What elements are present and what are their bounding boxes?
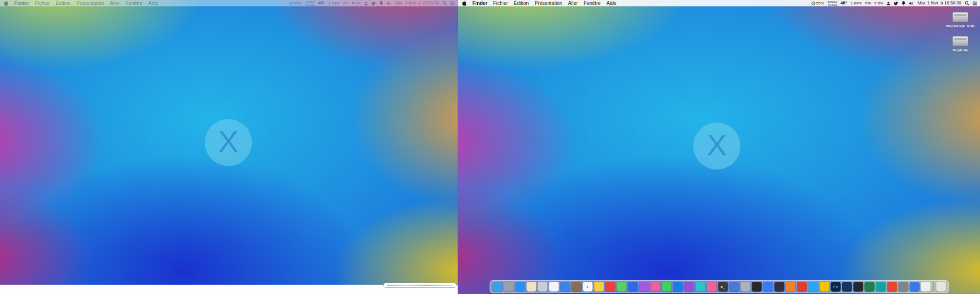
bird-menu-icon[interactable] — [894, 1, 898, 5]
dock-icon-app-blue-5[interactable] — [909, 282, 919, 292]
menu-item-aide[interactable]: Aide — [604, 0, 619, 6]
menu-clock[interactable]: Mar. 1 févr. à 16:56:39 — [395, 0, 439, 6]
wallpaper-x-letter: X — [218, 124, 238, 159]
desktop-icons: Macintosh SSDNeptune — [943, 11, 978, 52]
menu-item-fen-tre[interactable]: Fenêtre — [581, 0, 603, 6]
user-menu-icon[interactable] — [364, 1, 368, 5]
dock-icon-trash[interactable] — [936, 282, 946, 292]
status-area-left: 55%13 Mo/s41 Ko/s48°1.69%0%♥5%Mar. 1 fév… — [289, 0, 455, 6]
status-network[interactable]: 13 Mo/s41 Ko/s — [828, 0, 837, 6]
status-health[interactable]: ♥5% — [352, 0, 361, 6]
dock-icon-app-pink[interactable] — [707, 282, 716, 292]
menu-item-fichier[interactable]: Fichier — [490, 0, 511, 6]
dock-icon-mail[interactable] — [560, 282, 570, 292]
dock-icon-app-gray-2[interactable] — [898, 282, 908, 292]
status-health[interactable]: ♥5% — [874, 0, 883, 6]
dock-icon-app-red-2[interactable] — [797, 282, 807, 292]
dock-icon-app-gray[interactable] — [538, 282, 547, 292]
dock-icon-app-yellow[interactable] — [594, 282, 604, 292]
heart-icon: ♥ — [352, 1, 354, 5]
hard-drive-icon — [952, 35, 969, 48]
dock-icon-app-brown[interactable] — [571, 282, 581, 292]
status-gpu[interactable]: 0% — [865, 0, 871, 6]
menu-item-fen-tre[interactable]: Fenêtre — [122, 0, 145, 6]
hard-drive-icon — [952, 11, 969, 24]
dock-icon-facetime[interactable] — [662, 282, 671, 292]
bell-menu-icon[interactable] — [379, 1, 383, 5]
dock-icon-app-red-3[interactable] — [887, 282, 897, 292]
user-menu-icon[interactable] — [886, 1, 890, 5]
menu-item-aller[interactable]: Aller — [107, 0, 122, 6]
dock-icon-app-teal[interactable] — [695, 282, 705, 292]
status-gpu[interactable]: 0% — [343, 0, 349, 6]
notification-center-icon[interactable] — [450, 1, 455, 5]
status-area-right: 55%13 Mo/s41 Ko/s48°1.69%0%♥5%Mar. 1 fév… — [811, 0, 977, 6]
menu-item-dition[interactable]: Édition — [511, 0, 532, 6]
volume-menu-icon[interactable] — [387, 1, 392, 5]
notification-center-icon[interactable] — [973, 1, 977, 5]
dock-icon-app-black[interactable] — [752, 282, 761, 292]
dock-icon-safari[interactable] — [515, 282, 525, 292]
wallpaper-x-logo: X — [693, 122, 740, 170]
dock-icon-podcasts[interactable] — [684, 282, 694, 292]
menu-item-fichier[interactable]: Fichier — [32, 0, 53, 6]
dock-icon-app-red[interactable] — [605, 282, 615, 292]
dock-icon-terminal[interactable]: >_ — [718, 282, 728, 292]
menu-clock[interactable]: Mar. 1 févr. à 16:56:39 — [917, 0, 961, 6]
apple-menu-icon[interactable] — [3, 0, 11, 6]
desktop-icon-neptune[interactable]: Neptune — [943, 35, 978, 52]
menu-item-finder[interactable]: Finder — [469, 0, 490, 6]
menu-item-pr-sentation[interactable]: Présentation — [74, 0, 107, 6]
dock-icon-app-dark[interactable] — [774, 282, 784, 292]
spotlight-search-icon[interactable] — [442, 1, 447, 5]
dock-icon-app-blue[interactable] — [628, 282, 637, 292]
dock-icon-app-navy[interactable] — [842, 282, 852, 292]
dock-icon-app-green[interactable] — [864, 282, 874, 292]
display-left: FinderFichierÉditionPrésentationAllerFen… — [0, 0, 458, 294]
dock: 1>_Ps — [490, 280, 949, 293]
dock-icon-calendar[interactable]: 1 — [583, 282, 592, 292]
bird-menu-icon[interactable] — [371, 1, 376, 5]
status-network[interactable]: 13 Mo/s41 Ko/s — [305, 0, 315, 6]
menu-bar-left: FinderFichierÉditionPrésentationAllerFen… — [0, 0, 458, 6]
menu-items-right: FinderFichierÉditionPrésentationAllerFen… — [469, 0, 619, 6]
status-memory[interactable]: 1.69% — [328, 0, 340, 6]
dock-icon-vlc[interactable] — [785, 282, 795, 292]
apple-menu-icon[interactable] — [461, 0, 469, 6]
dock-icon-app-white[interactable] — [549, 282, 559, 292]
status-temperature[interactable]: 48° — [840, 0, 847, 6]
dock-icon-messages[interactable] — [616, 282, 626, 292]
dock-separator — [933, 282, 933, 291]
dock-icon-launchpad[interactable] — [504, 282, 514, 292]
dock-icon-app-blue-2[interactable] — [729, 282, 739, 292]
tooltip-pill-text-line — [387, 285, 453, 286]
status-cpu[interactable]: 55% — [289, 0, 302, 6]
dock-icon-photoshop[interactable]: Ps — [831, 282, 840, 292]
menu-item-aller[interactable]: Aller — [565, 0, 581, 6]
dock-icon-app-yellow-2[interactable] — [819, 282, 829, 292]
dock-icon-app-blue-4[interactable] — [808, 282, 818, 292]
menu-item-dition[interactable]: Édition — [53, 0, 74, 6]
dock-icon-app-teal-2[interactable] — [876, 282, 885, 292]
status-temperature[interactable]: 48° — [318, 0, 325, 6]
dock-icon-app-blue-3[interactable] — [763, 282, 773, 292]
dock-icon-textedit[interactable] — [921, 282, 931, 292]
desktop-icon-macintosh-ssd[interactable]: Macintosh SSD — [943, 11, 978, 28]
menu-item-aide[interactable]: Aide — [146, 0, 161, 6]
dock-icon-finder[interactable] — [492, 282, 502, 292]
status-memory[interactable]: 1.69% — [851, 0, 862, 6]
menu-item-pr-sentation[interactable]: Présentation — [532, 0, 565, 6]
dock-icon-notes[interactable] — [526, 282, 536, 292]
dock-icon-github[interactable] — [853, 282, 863, 292]
bell-menu-icon[interactable] — [902, 1, 906, 5]
volume-menu-icon[interactable] — [909, 1, 914, 5]
dock-icon-app-purple[interactable] — [639, 282, 649, 292]
dock-icon-appstore[interactable] — [673, 282, 683, 292]
spotlight-search-icon[interactable] — [965, 1, 969, 5]
menu-item-finder[interactable]: Finder — [11, 0, 32, 6]
status-net-up: 41 Ko/s — [828, 3, 837, 6]
dock-icon-app-silver[interactable] — [740, 282, 750, 292]
dock-icon-music[interactable] — [650, 282, 660, 292]
status-cpu[interactable]: 55% — [811, 0, 824, 6]
status-net-up: 41 Ko/s — [305, 3, 315, 6]
